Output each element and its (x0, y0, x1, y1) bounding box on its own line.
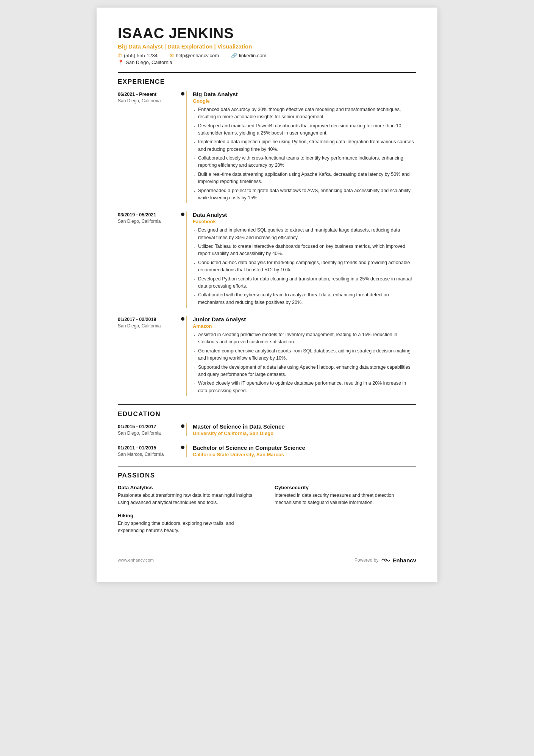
phone-contact: ✆ (555) 555-1234 (118, 53, 158, 58)
education-entries: 01/2015 - 01/2017 San Diego, California … (118, 423, 416, 457)
edu2-dot (181, 446, 184, 449)
passions-divider (118, 466, 416, 466)
experience-entry-1: 06/2021 - Present San Diego, California … (118, 91, 416, 203)
exp3-bullet-1: Assisted in creating predictive models f… (193, 331, 416, 346)
exp1-bullet-1: Enhanced data accuracy by 30% through ef… (193, 106, 416, 121)
powered-by-text: Powered by (354, 557, 378, 563)
exp3-title: Junior Data Analyst (193, 316, 416, 322)
website-value: linkedin.com (239, 53, 266, 58)
enhancv-logo: Enhancv (381, 557, 416, 563)
resume-footer: www.enhancv.com Powered by Enhancv (118, 553, 416, 563)
exp1-date: 06/2021 - Present (118, 91, 175, 98)
exp1-bullet-5: Built a real-time data streaming applica… (193, 171, 416, 186)
exp1-bullets: Enhanced data accuracy by 30% through ef… (193, 106, 416, 202)
edu2-date-col: 01/2011 - 01/2015 San Marcos, California (118, 445, 178, 457)
exp2-bullet-2: Utilized Tableau to create interactive d… (193, 243, 416, 258)
passion-item-2: Cybersecurity Interested in data securit… (275, 485, 416, 507)
passion3-desc: Enjoy spending time outdoors, exploring … (118, 520, 259, 535)
exp2-title: Data Analyst (193, 211, 416, 218)
edu2-content: Bachelor of Science in Computer Science … (186, 445, 416, 457)
passion2-desc: Interested in data security measures and… (275, 492, 416, 507)
exp2-bullet-3: Conducted ad-hoc data analysis for marke… (193, 259, 416, 274)
edu2-date: 01/2011 - 01/2015 (118, 445, 175, 452)
exp1-bullet-3: Implemented a data ingestion pipeline us… (193, 138, 416, 153)
email-contact: ✉ help@enhancv.com (170, 53, 219, 58)
edu1-date: 01/2015 - 01/2017 (118, 423, 175, 430)
exp3-dot (181, 317, 184, 321)
exp3-bullet-3: Supported the development of a data lake… (193, 364, 416, 379)
location-contact: 📍 San Diego, California (118, 59, 416, 65)
experience-heading: EXPERIENCE (118, 78, 416, 86)
email-icon: ✉ (170, 53, 174, 58)
exp2-location: San Diego, California (118, 219, 175, 224)
resume-page: ISAAC JENKINS Big Data Analyst | Data Ex… (97, 8, 437, 582)
header: ISAAC JENKINS Big Data Analyst | Data Ex… (118, 26, 416, 65)
passions-grid: Data Analytics Passionate about transfor… (118, 485, 416, 535)
passion1-desc: Passionate about transforming raw data i… (118, 492, 259, 507)
exp3-date-col: 01/2017 - 02/2019 San Diego, California (118, 316, 178, 396)
contact-row: ✆ (555) 555-1234 ✉ help@enhancv.com 🔗 li… (118, 53, 416, 58)
exp3-bullet-4: Worked closely with IT operations to opt… (193, 380, 416, 394)
exp2-content: Data Analyst Facebook Designed and imple… (186, 211, 416, 308)
edu1-content: Master of Science in Data Science Univer… (186, 423, 416, 436)
passions-heading: PASSIONS (118, 472, 416, 479)
exp2-bullets: Designed and implemented SQL queries to … (193, 227, 416, 306)
phone-value: (555) 555-1234 (124, 53, 158, 58)
exp3-bullet-2: Generated comprehensive analytical repor… (193, 347, 416, 362)
edu2-location: San Marcos, California (118, 452, 175, 457)
edu2-school: California State University, San Marcos (193, 452, 416, 457)
exp3-date: 01/2017 - 02/2019 (118, 316, 175, 323)
experience-entries: 06/2021 - Present San Diego, California … (118, 91, 416, 396)
exp1-company: Google (193, 98, 416, 104)
link-icon: 🔗 (231, 53, 237, 58)
exp2-dot (181, 213, 184, 216)
experience-divider (118, 72, 416, 73)
enhancv-logo-icon (381, 557, 390, 563)
exp1-bullet-2: Developed and maintained PowerBI dashboa… (193, 122, 416, 137)
website-contact: 🔗 linkedin.com (231, 53, 266, 58)
enhancv-logo-text: Enhancv (392, 557, 416, 563)
exp2-date: 03/2019 - 05/2021 (118, 211, 175, 219)
exp1-timeline (178, 91, 187, 203)
passion-item-1: Data Analytics Passionate about transfor… (118, 485, 259, 507)
exp2-timeline (178, 211, 187, 308)
exp3-bullets: Assisted in creating predictive models f… (193, 331, 416, 394)
edu1-timeline (178, 423, 187, 436)
exp2-bullet-5: Collaborated with the cybersecurity team… (193, 291, 416, 306)
education-heading: EDUCATION (118, 410, 416, 418)
location-value: San Diego, California (126, 59, 172, 65)
exp1-bullet-6: Spearheaded a project to migrate data wo… (193, 187, 416, 202)
passion3-title: Hiking (118, 513, 259, 518)
education-divider (118, 404, 416, 405)
footer-branding: Powered by Enhancv (354, 557, 416, 563)
education-entry-2: 01/2011 - 01/2015 San Marcos, California… (118, 445, 416, 457)
edu1-degree: Master of Science in Data Science (193, 423, 416, 430)
exp3-company: Amazon (193, 323, 416, 329)
edu1-school: University of California, San Diego (193, 430, 416, 436)
edu2-degree: Bachelor of Science in Computer Science (193, 445, 416, 451)
edu2-timeline (178, 445, 187, 457)
candidate-name: ISAAC JENKINS (118, 26, 416, 42)
candidate-title: Big Data Analyst | Data Exploration | Vi… (118, 43, 416, 50)
passion2-title: Cybersecurity (275, 485, 416, 490)
experience-entry-2: 03/2019 - 05/2021 San Diego, California … (118, 211, 416, 308)
phone-icon: ✆ (118, 53, 122, 58)
exp2-bullet-4: Developed Python scripts for data cleani… (193, 275, 416, 290)
edu1-date-col: 01/2015 - 01/2017 San Diego, California (118, 423, 178, 436)
exp1-date-col: 06/2021 - Present San Diego, California (118, 91, 178, 203)
exp1-dot (181, 92, 184, 95)
exp1-bullet-4: Collaborated closely with cross-function… (193, 155, 416, 169)
edu1-dot (181, 424, 184, 428)
exp2-company: Facebook (193, 219, 416, 224)
exp3-timeline (178, 316, 187, 396)
edu1-location: San Diego, California (118, 430, 175, 436)
education-entry-1: 01/2015 - 01/2017 San Diego, California … (118, 423, 416, 436)
passion1-title: Data Analytics (118, 485, 259, 490)
experience-entry-3: 01/2017 - 02/2019 San Diego, California … (118, 316, 416, 396)
exp1-location: San Diego, California (118, 98, 175, 103)
exp3-content: Junior Data Analyst Amazon Assisted in c… (186, 316, 416, 396)
exp1-title: Big Data Analyst (193, 91, 416, 97)
exp3-location: San Diego, California (118, 323, 175, 329)
exp1-content: Big Data Analyst Google Enhanced data ac… (186, 91, 416, 203)
footer-url: www.enhancv.com (118, 558, 154, 562)
